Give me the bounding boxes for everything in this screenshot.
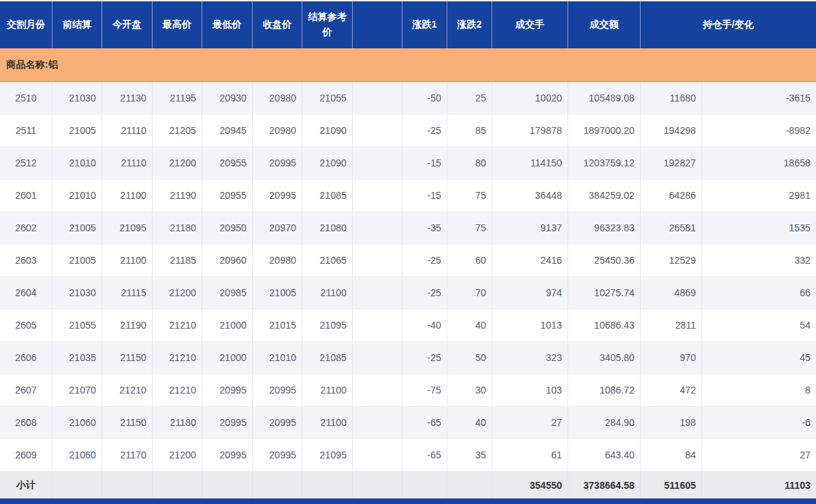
cell-value: 21005 xyxy=(52,115,102,146)
table-row: 2603210052110021185209602098021065-25602… xyxy=(0,244,816,277)
cell-value: -25 xyxy=(402,115,447,146)
cell-value: 472 xyxy=(641,374,702,406)
cell-value: 21100 xyxy=(302,374,353,406)
cell-month: 2512 xyxy=(0,147,52,179)
cell-value: 21150 xyxy=(102,407,153,438)
cell-value: 21030 xyxy=(52,277,102,309)
cell-value: -8982 xyxy=(702,115,816,146)
commodity-name-row: 商品名称:铝 xyxy=(0,48,816,82)
cell-value: 21100 xyxy=(302,407,353,438)
cell-value: 21055 xyxy=(52,309,102,341)
cell-month: 2605 xyxy=(0,309,52,341)
cell-value: -65 xyxy=(402,407,447,438)
header-prev-settlement: 前结算 xyxy=(52,1,102,48)
cell-value: 974 xyxy=(492,277,568,309)
cell-value: 20930 xyxy=(202,82,253,114)
cell-value: 66 xyxy=(702,277,816,309)
header-volume: 成交手 xyxy=(492,1,568,48)
cell-value: 21010 xyxy=(253,342,302,374)
cell-value: 21010 xyxy=(52,180,102,211)
cell-value: 21000 xyxy=(202,342,253,374)
cell-value: 40 xyxy=(447,309,492,341)
cell-value: 21095 xyxy=(302,439,353,471)
cell-value: 20995 xyxy=(253,439,302,471)
cell-value: 96323.83 xyxy=(568,212,641,244)
cell-value: 384259.02 xyxy=(568,180,641,211)
cell-value: 21190 xyxy=(153,180,202,211)
cell-value: 20970 xyxy=(253,212,302,244)
subtotal-value xyxy=(153,472,202,498)
cell-value: 105489.08 xyxy=(568,82,641,114)
cell-value: 25 xyxy=(447,82,492,114)
subtotal-label: 小计 xyxy=(0,472,52,498)
header-low: 最低价 xyxy=(202,1,253,48)
cell-value: 18658 xyxy=(702,147,816,179)
subtotal-value xyxy=(52,472,102,498)
table-row: 2607210702121021210209952099521100-75301… xyxy=(0,374,816,407)
cell-value: 21200 xyxy=(153,147,202,179)
cell-value: 21005 xyxy=(253,277,302,309)
cell-value: 21100 xyxy=(302,277,353,309)
cell-value: -35 xyxy=(402,212,447,244)
cell-value: 10275.74 xyxy=(568,277,641,309)
cell-value: 1203759.12 xyxy=(568,147,641,179)
cell-value: 21115 xyxy=(102,277,153,309)
cell-value: -25 xyxy=(402,244,447,276)
subtotal-value: 11103 xyxy=(702,472,816,498)
cell-value: 179878 xyxy=(492,115,568,146)
cell-value: 27 xyxy=(702,439,816,471)
cell-value: 20960 xyxy=(202,244,253,276)
cell-value: -6 xyxy=(702,407,816,438)
cell-value: 21090 xyxy=(302,147,353,179)
cell-value xyxy=(353,439,402,471)
cell-value: 21130 xyxy=(102,82,153,114)
cell-value xyxy=(353,309,402,341)
cell-value: 3405.80 xyxy=(568,342,641,374)
cell-value: 21210 xyxy=(153,342,202,374)
cell-value: 54 xyxy=(702,309,816,341)
cell-value: 20995 xyxy=(202,374,253,406)
cell-value: 4869 xyxy=(641,277,702,309)
cell-value: 20955 xyxy=(202,147,253,179)
cell-value: 21200 xyxy=(153,439,202,471)
cell-value: 332 xyxy=(702,244,816,276)
cell-value: 21210 xyxy=(153,309,202,341)
cell-value: 21055 xyxy=(302,82,353,114)
cell-month: 2604 xyxy=(0,277,52,309)
subtotal-value xyxy=(402,472,447,498)
subtotal-value xyxy=(202,472,253,498)
cell-value: 21085 xyxy=(302,342,353,374)
table-body: 2510210302113021195209302098021055-50251… xyxy=(0,82,816,472)
cell-value: 10020 xyxy=(492,82,568,114)
cell-value: 20995 xyxy=(253,180,302,211)
cell-value: 21210 xyxy=(153,374,202,406)
cell-value: 1086.72 xyxy=(568,374,641,406)
cell-value: 20995 xyxy=(253,407,302,438)
cell-value: -3615 xyxy=(702,82,816,114)
cell-value: 103 xyxy=(492,374,568,406)
header-high: 最高价 xyxy=(153,1,202,48)
cell-value: 75 xyxy=(447,212,492,244)
table-row: 2608210602115021180209952099521100-65402… xyxy=(0,407,816,439)
cell-value xyxy=(353,407,402,438)
table-row: 2601210102110021190209552099521085-15753… xyxy=(0,180,816,212)
cell-value xyxy=(353,82,402,114)
cell-value: 20995 xyxy=(202,439,253,471)
cell-value: 323 xyxy=(492,342,568,374)
cell-value: -25 xyxy=(402,277,447,309)
cell-value: 21185 xyxy=(153,244,202,276)
table-row: 2510210302113021195209302098021055-50251… xyxy=(0,82,816,115)
cell-value: -15 xyxy=(402,180,447,211)
cell-value: 60 xyxy=(447,244,492,276)
cell-value: 21005 xyxy=(52,244,102,276)
cell-value: 1013 xyxy=(492,309,568,341)
table-row: 2511210052111021205209452098021090-25851… xyxy=(0,115,816,147)
cell-value xyxy=(353,277,402,309)
cell-month: 2511 xyxy=(0,115,52,146)
cell-value: 284.90 xyxy=(568,407,641,438)
cell-month: 2603 xyxy=(0,244,52,276)
cell-month: 2607 xyxy=(0,374,52,406)
subtotal-value xyxy=(102,472,153,498)
cell-value: -50 xyxy=(402,82,447,114)
cell-month: 2601 xyxy=(0,180,52,211)
